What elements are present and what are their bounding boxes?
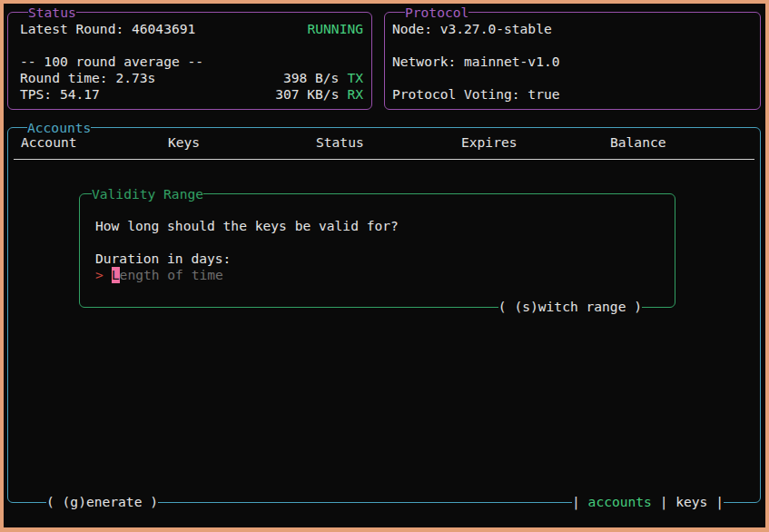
tab-accounts[interactable]: accounts (588, 494, 652, 510)
tx-rate-group: 398 B/s TX (283, 70, 363, 86)
protocol-panel-title: Protocol (405, 5, 468, 21)
accounts-panel-title: Accounts (27, 120, 91, 136)
validity-range-title: Validity Range (92, 186, 203, 202)
status-panel: Status Latest Round: 46043691 RUNNING --… (7, 12, 372, 110)
tps-text: TPS: 54.17 (20, 86, 100, 103)
accounts-table-header: Account Keys Status Expires Balance (8, 134, 760, 151)
window-frame: Status Latest Round: 46043691 RUNNING --… (0, 0, 769, 532)
rx-label: RX (347, 86, 363, 103)
protocol-panel: Protocol Node: v3.27.0-stable Network: m… (384, 12, 761, 110)
status-panel-title: Status (28, 5, 76, 21)
duration-input-label: Duration in days: (95, 251, 675, 267)
nav-close-pipe: | (707, 494, 724, 510)
blank-line (392, 37, 752, 54)
tx-rate-value: 398 B/s (283, 70, 340, 86)
input-placeholder: ength of time (120, 267, 223, 283)
column-header-status: Status (316, 134, 364, 151)
latest-round-text: Latest Round: 46043691 (20, 21, 195, 37)
rx-rate-value: 307 KB/s (275, 86, 339, 103)
validity-question-text: How long should the keys be valid for? (95, 218, 675, 234)
nav-separator-pipe: | (652, 494, 675, 510)
nav-open-pipe: | (572, 494, 588, 510)
network-text: Network: mainnet-v1.0 (392, 54, 752, 70)
column-header-expires: Expires (461, 134, 518, 151)
rx-rate-group: 307 KB/s RX (275, 86, 363, 103)
protocol-voting-text: Protocol Voting: true (392, 86, 752, 103)
terminal-background: Status Latest Round: 46043691 RUNNING --… (4, 4, 765, 527)
accounts-panel: Accounts Account Keys Status Expires Bal… (7, 127, 761, 503)
column-header-balance: Balance (610, 134, 666, 151)
table-header-divider (14, 159, 754, 160)
protocol-content: Node: v3.27.0-stable Network: mainnet-v1… (385, 13, 760, 103)
generate-button[interactable]: ( (g)enerate ) (46, 494, 158, 510)
tps-row: TPS: 54.17 307 KB/s RX (20, 86, 363, 103)
column-header-account: Account (21, 134, 77, 151)
blank-line (20, 37, 363, 54)
footer-nav: | accounts | keys | (572, 494, 724, 510)
tx-label: TX (347, 70, 363, 86)
round-average-header: -- 100 round average -- (20, 54, 363, 70)
running-status-badge: RUNNING (307, 21, 363, 37)
blank-line (392, 70, 752, 86)
switch-range-button[interactable]: ( (s)witch range ) (498, 299, 642, 315)
latest-round-row: Latest Round: 46043691 RUNNING (20, 21, 363, 37)
round-time-text: Round time: 2.73s (20, 70, 155, 86)
blank-line (95, 234, 675, 251)
status-content: Latest Round: 46043691 RUNNING -- 100 ro… (8, 13, 371, 103)
validity-range-content: How long should the keys be valid for? D… (80, 194, 675, 283)
tab-keys[interactable]: keys (675, 494, 707, 510)
validity-range-modal: Validity Range How long should the keys … (79, 193, 675, 308)
input-prompt-chevron: > (95, 267, 104, 283)
round-time-row: Round time: 2.73s 398 B/s TX (20, 70, 363, 86)
node-version-text: Node: v3.27.0-stable (392, 21, 752, 37)
input-cursor: L (112, 267, 120, 283)
duration-input[interactable]: > L ength of time (95, 267, 675, 283)
column-header-keys: Keys (168, 134, 200, 151)
